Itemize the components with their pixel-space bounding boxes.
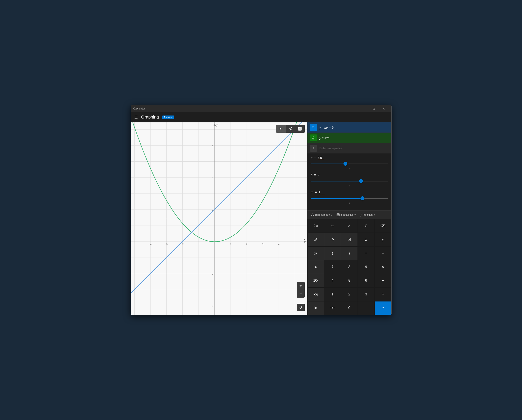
key-2[interactable]: 2 bbox=[341, 287, 358, 301]
key-3[interactable]: 3 bbox=[358, 287, 375, 301]
right-panel: f1 y = mx + b f2 y = x²/a f Enter an equ… bbox=[307, 122, 391, 315]
key-divide[interactable]: ÷ bbox=[375, 247, 391, 260]
key-enter[interactable]: ↵ bbox=[375, 301, 391, 315]
variables-panel: a = 3.5 ∨ b = bbox=[307, 153, 391, 210]
window-title: Calculator bbox=[133, 107, 145, 110]
function-menu-button[interactable]: ƒ Function ∨ bbox=[358, 212, 377, 218]
key-reciprocal[interactable]: ¹/x bbox=[324, 233, 341, 246]
keypad-panel: Trigonometry ∨ Inequalities ∨ ƒ bbox=[307, 210, 391, 315]
key-abs[interactable]: |x| bbox=[341, 233, 358, 246]
equation-row-f3[interactable]: f Enter an equation bbox=[307, 143, 391, 153]
key-subtract[interactable]: − bbox=[375, 274, 391, 287]
key-8[interactable]: 8 bbox=[341, 260, 358, 274]
key-7[interactable]: 7 bbox=[324, 260, 341, 274]
expand-tool-button[interactable] bbox=[295, 125, 305, 133]
share-tool-button[interactable] bbox=[286, 125, 295, 133]
slider-thumb-m[interactable] bbox=[361, 196, 364, 200]
slider-container-a[interactable] bbox=[311, 162, 388, 166]
equation-text-f1: y = mx + b bbox=[320, 126, 389, 129]
expand-chevron-m[interactable]: ∨ bbox=[311, 201, 388, 204]
key-plus-minus[interactable]: +/− bbox=[324, 301, 341, 315]
variable-header-m: m = 1 bbox=[311, 190, 388, 194]
key-pi[interactable]: π bbox=[324, 219, 341, 233]
key-ln[interactable]: ln bbox=[307, 301, 324, 315]
keypad-header: Trigonometry ∨ Inequalities ∨ ƒ bbox=[307, 210, 391, 219]
slider-fill-m bbox=[311, 198, 362, 199]
cursor-tool-button[interactable] bbox=[276, 125, 286, 133]
svg-line-3 bbox=[290, 128, 291, 129]
function-label-f2: f2 bbox=[310, 135, 317, 141]
var-name-a: a bbox=[311, 156, 313, 159]
var-value-b: 2 bbox=[318, 173, 324, 177]
key-e[interactable]: e bbox=[341, 219, 358, 233]
key-log[interactable]: log bbox=[307, 287, 324, 301]
key-open-paren[interactable]: ( bbox=[324, 247, 341, 260]
slider-thumb-b[interactable] bbox=[359, 179, 363, 183]
slider-thumb-a[interactable] bbox=[344, 162, 347, 166]
key-clear[interactable]: C bbox=[358, 219, 375, 233]
key-5[interactable]: 5 bbox=[341, 274, 358, 287]
variable-row-m: m = 1 ∨ bbox=[311, 190, 388, 204]
key-1[interactable]: 1 bbox=[324, 287, 341, 301]
key-backspace[interactable]: ⌫ bbox=[375, 219, 391, 233]
key-x-to-y[interactable]: xy bbox=[307, 260, 324, 274]
expand-chevron-b[interactable]: ∨ bbox=[311, 184, 388, 187]
var-equals-m: = bbox=[315, 190, 317, 194]
key-y[interactable]: y bbox=[375, 233, 391, 246]
key-9[interactable]: 9 bbox=[358, 260, 375, 274]
maximize-button[interactable]: □ bbox=[369, 105, 379, 112]
svg-rect-5 bbox=[299, 127, 301, 130]
close-button[interactable]: ✕ bbox=[379, 105, 389, 112]
key-0[interactable]: 0 bbox=[341, 301, 358, 315]
inequalities-chevron-icon: ∨ bbox=[354, 214, 356, 216]
keypad-grid: 2nd π e C ⌫ x² ¹/x |x| x y x³ ( ) = ÷ bbox=[307, 219, 391, 315]
var-name-m: m bbox=[311, 190, 314, 194]
var-value-a: 3.5 bbox=[318, 156, 324, 160]
key-6[interactable]: 6 bbox=[358, 274, 375, 287]
key-x[interactable]: x bbox=[358, 233, 375, 246]
key-4[interactable]: 4 bbox=[324, 274, 341, 287]
equation-placeholder-f3: Enter an equation bbox=[320, 147, 389, 150]
variable-row-a: a = 3.5 ∨ bbox=[311, 156, 388, 170]
calculator-window: Calculator — □ ✕ ☰ Graphing Preview bbox=[131, 105, 392, 315]
zoom-in-button[interactable]: + bbox=[297, 282, 305, 290]
slider-container-b[interactable] bbox=[311, 179, 388, 183]
var-equals-b: = bbox=[314, 173, 316, 177]
equation-row-f2[interactable]: f2 y = x²/a bbox=[307, 133, 391, 143]
variable-header-a: a = 3.5 bbox=[311, 156, 388, 160]
key-decimal[interactable]: . bbox=[358, 301, 375, 315]
zoom-out-button[interactable]: − bbox=[297, 290, 305, 298]
slider-fill-b bbox=[311, 181, 361, 181]
variable-header-b: b = 2 bbox=[311, 173, 388, 177]
key-x-cubed[interactable]: x³ bbox=[307, 247, 324, 260]
equation-row-f1[interactable]: f1 y = mx + b bbox=[307, 122, 391, 133]
preview-badge: Preview bbox=[162, 115, 174, 119]
reset-view-button[interactable]: ↺ bbox=[297, 304, 305, 311]
key-equals[interactable]: = bbox=[358, 247, 375, 260]
slider-track-b bbox=[311, 181, 388, 181]
title-bar: Calculator — □ ✕ bbox=[131, 105, 391, 112]
app-header: ☰ Graphing Preview bbox=[131, 112, 391, 122]
key-close-paren[interactable]: ) bbox=[341, 247, 358, 260]
title-bar-left: Calculator bbox=[133, 107, 145, 110]
key-10-to-x[interactable]: 10x bbox=[307, 274, 324, 287]
minimize-button[interactable]: — bbox=[359, 105, 369, 112]
function-label: Function bbox=[363, 213, 373, 216]
svg-point-2 bbox=[291, 129, 292, 130]
key-multiply[interactable]: × bbox=[375, 260, 391, 274]
trigonometry-label: Trigonometry bbox=[315, 213, 330, 216]
key-add[interactable]: + bbox=[375, 287, 391, 301]
equation-text-f2: y = x²/a bbox=[320, 136, 389, 140]
app-body: + − ↺ f1 y = mx + b f2 y = x²/a bbox=[131, 122, 391, 315]
key-x-squared[interactable]: x² bbox=[307, 233, 324, 246]
trigonometry-menu-button[interactable]: Trigonometry ∨ bbox=[309, 212, 334, 217]
function-chevron-icon: ∨ bbox=[373, 214, 375, 216]
graph-toolbar bbox=[276, 125, 305, 133]
inequalities-menu-button[interactable]: Inequalities ∨ bbox=[335, 212, 358, 217]
graph-canvas bbox=[131, 122, 307, 315]
trigonometry-chevron-icon: ∨ bbox=[331, 214, 332, 216]
slider-container-m[interactable] bbox=[311, 196, 388, 200]
expand-chevron-a[interactable]: ∨ bbox=[311, 167, 388, 170]
menu-icon[interactable]: ☰ bbox=[134, 115, 138, 120]
key-2nd[interactable]: 2nd bbox=[307, 219, 324, 233]
